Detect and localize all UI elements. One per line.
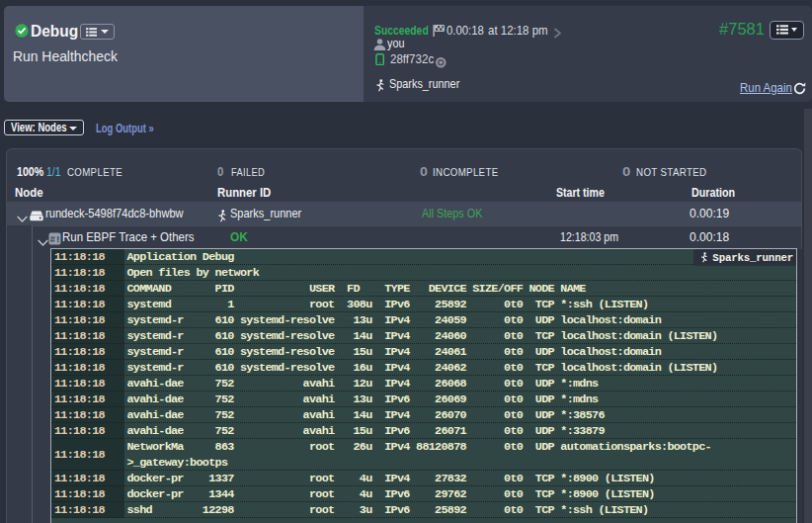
svg-text:#!: #! xyxy=(50,235,61,245)
